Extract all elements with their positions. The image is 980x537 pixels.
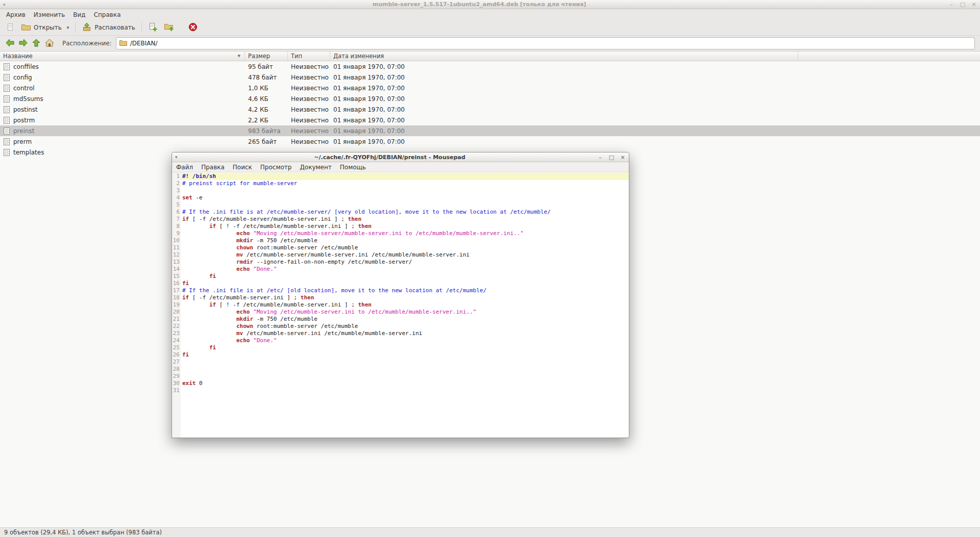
window-menu-icon[interactable]: ▾	[3, 2, 10, 7]
code-line[interactable]: #! /bin/sh	[181, 173, 629, 180]
menu-item-edit[interactable]: Изменить	[30, 10, 69, 19]
menu-item-document[interactable]: Документ	[296, 163, 335, 172]
code-line[interactable]: echo "Done."	[181, 266, 629, 273]
code-line[interactable]: # preinst script for mumble-server	[181, 180, 629, 187]
archive-window-titlebar[interactable]: ▾ mumble-server_1.5.517-1ubuntu2_amd64.d…	[0, 0, 980, 9]
add-files-button[interactable]	[145, 21, 161, 35]
code-line[interactable]	[181, 359, 629, 366]
code-line[interactable]: echo "Moving /etc/mumble-server/mumble-s…	[181, 230, 629, 237]
file-row-postrm[interactable]: postrm2,2 КБНеизвестно01 января 1970, 07…	[0, 115, 980, 125]
menu-item-edit[interactable]: Правка	[197, 163, 229, 172]
code-line[interactable]	[181, 187, 629, 194]
minimize-button[interactable]: –	[597, 154, 603, 161]
code-line[interactable]: mkdir -m 750 /etc/mumble	[181, 237, 629, 244]
code-line[interactable]	[181, 373, 629, 380]
location-input[interactable]: /DEBIAN/	[116, 37, 975, 49]
code-line[interactable]: # If the .ini file is at /etc/ [old loca…	[181, 287, 629, 294]
stop-button[interactable]	[185, 21, 201, 35]
line-number: 9	[172, 230, 180, 237]
code-line[interactable]: echo "Done."	[181, 337, 629, 344]
maximize-button[interactable]: □	[608, 154, 615, 161]
file-type: Неизвестно	[288, 63, 330, 70]
file-type: Неизвестно	[288, 74, 330, 81]
code-line[interactable]	[181, 201, 629, 209]
file-row-postinst[interactable]: postinst4,2 КБНеизвестно01 января 1970, …	[0, 104, 980, 115]
menu-item-view[interactable]: Просмотр	[256, 163, 296, 172]
line-number: 10	[172, 237, 180, 244]
open-dropdown-button[interactable]: ▾	[65, 23, 72, 32]
home-button[interactable]	[43, 37, 56, 49]
text-editor-window: ▾ ~/.cache/.fr-QYOFhj/DEBIAN/preinst - M…	[172, 152, 629, 438]
forward-button[interactable]	[16, 37, 30, 49]
file-name: postrm	[13, 117, 35, 124]
file-type: Неизвестно	[288, 117, 330, 124]
code-line[interactable]: fi	[181, 273, 629, 280]
code-line[interactable]: chown root:mumble-server /etc/mumble	[181, 244, 629, 251]
minimize-button[interactable]: –	[948, 1, 954, 8]
file-row-conffiles[interactable]: conffiles95 байтНеизвестно01 января 1970…	[0, 61, 980, 72]
code-line[interactable]: if [ -f /etc/mumble-server.ini ] ; then	[181, 294, 629, 301]
line-number-gutter: 1234567891011121314151617181920212223242…	[172, 172, 181, 438]
up-button[interactable]	[30, 37, 43, 49]
column-header-type[interactable]: Тип	[288, 52, 330, 61]
column-header-size[interactable]: Размер	[245, 52, 288, 61]
extract-button[interactable]: Распаковать	[79, 21, 138, 35]
editor-window-titlebar[interactable]: ▾ ~/.cache/.fr-QYOFhj/DEBIAN/preinst - M…	[172, 152, 629, 162]
file-row-prerm[interactable]: prerm265 байтНеизвестно01 января 1970, 0…	[0, 136, 980, 147]
code-line[interactable]: if [ ! -f /etc/mumble/mumble-server.ini …	[181, 301, 629, 309]
toolbar-separator	[75, 22, 76, 33]
code-line[interactable]	[181, 366, 629, 373]
code-line[interactable]: mkdir -m 750 /etc/mumble	[181, 316, 629, 323]
line-number: 15	[172, 273, 180, 280]
maximize-button[interactable]: □	[960, 1, 966, 8]
file-row-config[interactable]: config478 байтНеизвестно01 января 1970, …	[0, 72, 980, 83]
code-line[interactable]: # If the .ini file is at /etc/mumble-ser…	[181, 209, 629, 216]
code-line[interactable]: if [ ! -f /etc/mumble/mumble-server.ini …	[181, 223, 629, 230]
code-line[interactable]	[181, 387, 629, 394]
column-header-date[interactable]: Дата изменения	[330, 52, 798, 61]
file-name: prerm	[13, 138, 32, 145]
file-name: templates	[13, 149, 44, 156]
code-line[interactable]: fi	[181, 351, 629, 359]
menu-item-file[interactable]: Файл	[172, 163, 197, 172]
text-area[interactable]: #! /bin/sh# preinst script for mumble-se…	[181, 172, 629, 438]
code-line[interactable]: rmdir --ignore-fail-on-non-empty /etc/mu…	[181, 259, 629, 266]
close-button[interactable]: ×	[971, 1, 977, 8]
file-row-preinst[interactable]: preinst983 байтаНеизвестно01 января 1970…	[0, 125, 980, 136]
file-icon	[4, 74, 10, 81]
open-button[interactable]: Открыть	[18, 21, 65, 34]
file-type: Неизвестно	[288, 127, 330, 135]
new-archive-button[interactable]	[3, 21, 18, 35]
add-folder-button[interactable]	[161, 21, 177, 35]
code-line[interactable]: mv /etc/mumble-server.ini /etc/mumble/mu…	[181, 330, 629, 337]
file-row-md5sums[interactable]: md5sums4,6 КБНеизвестно01 января 1970, 0…	[0, 93, 980, 104]
line-number: 14	[172, 266, 180, 273]
code-line[interactable]: fi	[181, 344, 629, 351]
line-number: 25	[172, 344, 180, 351]
code-line[interactable]: mv /etc/mumble-server/mumble-server.ini …	[181, 251, 629, 259]
column-header-name[interactable]: Название ▼	[0, 52, 245, 61]
back-icon	[5, 38, 15, 49]
menu-item-archive[interactable]: Архив	[2, 10, 30, 19]
file-icon	[4, 117, 10, 124]
code-line[interactable]: echo "Moving /etc/mumble-server.ini to /…	[181, 309, 629, 316]
file-list-header: Название ▼ Размер Тип Дата изменения	[0, 52, 980, 61]
file-row-control[interactable]: control1,0 КБНеизвестно01 января 1970, 0…	[0, 83, 980, 93]
file-type: Неизвестно	[288, 85, 330, 92]
window-menu-icon[interactable]: ▾	[175, 155, 182, 160]
code-line[interactable]: fi	[181, 280, 629, 287]
file-date: 01 января 1970, 07:00	[330, 138, 798, 145]
menu-item-view[interactable]: Вид	[69, 10, 89, 19]
open-button-label: Открыть	[34, 24, 62, 31]
menu-item-search[interactable]: Поиск	[229, 163, 256, 172]
code-line[interactable]: exit 0	[181, 380, 629, 387]
code-line[interactable]: chown root:mumble-server /etc/mumble	[181, 323, 629, 330]
menu-item-help[interactable]: Справка	[90, 10, 125, 19]
back-button[interactable]	[3, 37, 16, 49]
menu-item-help[interactable]: Помощь	[336, 163, 370, 172]
close-button[interactable]: ×	[620, 154, 626, 161]
file-icon	[4, 106, 10, 113]
line-number: 19	[172, 301, 180, 309]
code-line[interactable]: set -e	[181, 194, 629, 201]
code-line[interactable]: if [ -f /etc/mumble-server/mumble-server…	[181, 216, 629, 223]
